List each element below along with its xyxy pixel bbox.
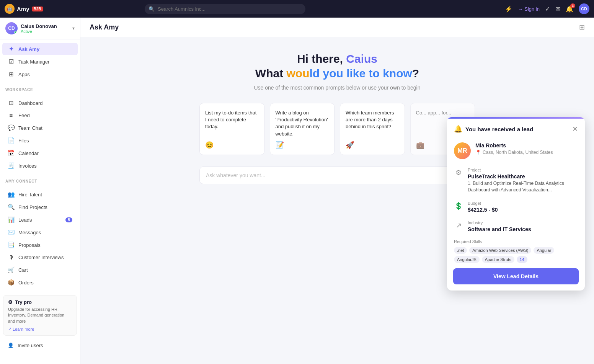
sidebar-item-ask-amy[interactable]: ✦ Ask Amy: [2, 43, 78, 55]
interviews-icon: 🎙: [8, 254, 15, 261]
sidebar-item-leads[interactable]: 📊 Leads 5: [2, 214, 78, 226]
sidebar-item-label: Feed: [18, 113, 30, 118]
feed-icon: ≡: [8, 112, 15, 119]
skill-tag: Apache Struts: [482, 256, 514, 263]
view-lead-details-button[interactable]: View Lead Details: [453, 268, 579, 284]
sidebar-item-task-manager[interactable]: ☑ Task Manager: [2, 55, 78, 68]
prompt-card-2[interactable]: Write a blog on 'Productivity Revolution…: [270, 103, 335, 155]
sidebar-item-dashboard[interactable]: ⊡ Dashboard: [2, 97, 78, 109]
sidebar-top-nav: ✦ Ask Amy ☑ Task Manager ⊞ Apps: [0, 39, 80, 84]
user-info: Caius Donovan Active: [21, 23, 69, 34]
proposals-icon: 📑: [8, 242, 15, 248]
brand-logo[interactable]: 🤖 Amy B2B: [5, 4, 43, 14]
prompt-cards-container: List my to-do items that I need to compl…: [199, 103, 475, 155]
sidebar-user[interactable]: CD Caius Donovan Active ▾: [0, 18, 80, 39]
lead-info: MR Mia Roberts 📍 Cass, North Dakota, Uni…: [447, 138, 585, 164]
sidebar-item-cart[interactable]: 🛒 Cart: [2, 264, 78, 276]
sidebar-item-apps[interactable]: ⊞ Apps: [2, 68, 78, 80]
close-icon[interactable]: ✕: [572, 125, 578, 133]
budget-info: Budget $4212.5 - $0: [468, 201, 498, 213]
lightning-icon[interactable]: ⚡: [505, 5, 512, 13]
project-detail-row: ⚙ Project PulseTrack Healthcare 1. Build…: [447, 164, 585, 197]
prompt-icon: 😊: [205, 140, 259, 150]
project-icon: ⚙: [454, 168, 463, 177]
sidebar: CD Caius Donovan Active ▾ ✦ Ask Amy ☑ Ta…: [0, 18, 80, 364]
sidebar-item-label: Invite users: [18, 343, 43, 348]
sidebar-item-label: Orders: [18, 280, 34, 286]
sidebar-item-orders[interactable]: 📦 Orders: [2, 276, 78, 289]
sidebar-item-label: Calendar: [18, 150, 39, 156]
sidebar-item-calendar[interactable]: 📅 Calendar: [2, 147, 78, 159]
leads-icon: 📊: [8, 216, 15, 223]
sidebar-item-feed[interactable]: ≡ Feed: [2, 109, 78, 121]
prompt-icon: 🚀: [346, 140, 399, 150]
skills-section: Required Skills .net Amazon Web Services…: [447, 236, 585, 268]
signin-button[interactable]: → Sign in: [518, 6, 540, 12]
prompt-icon: 📝: [276, 140, 329, 150]
prompt-text: List my to-do items that I need to compl…: [205, 109, 259, 131]
team-chat-icon: 💬: [8, 124, 15, 131]
lead-avatar: MR: [454, 142, 471, 159]
industry-detail-row: ↗ Industry Software and IT Services: [447, 217, 585, 236]
sidebar-item-hire-talent[interactable]: 👥 Hire Talent: [2, 188, 78, 201]
skill-tag: AngularJS: [454, 256, 480, 263]
arrow-icon: ↗: [8, 326, 11, 331]
greeting-highlight1: wou: [286, 67, 309, 80]
lead-notification-panel: 🔔 You have received a lead ✕ MR Mia Robe…: [447, 117, 585, 291]
sidebar-workspace-nav: ⊡ Dashboard ≡ Feed 💬 Team Chat 📄 Files 📅…: [0, 93, 80, 175]
sidebar-item-files[interactable]: 📄 Files: [2, 134, 78, 147]
messages-icon: ✉️: [8, 229, 15, 236]
sidebar-item-label: Messages: [18, 230, 41, 235]
notif-panel-header: 🔔 You have received a lead ✕: [447, 119, 585, 138]
sidebar-item-find-projects[interactable]: 🔍 Find Projects: [2, 201, 78, 213]
sidebar-item-proposals[interactable]: 📑 Proposals: [2, 239, 78, 251]
lead-location: 📍 Cass, North Dakota, United States: [475, 150, 553, 155]
sidebar-item-invite-users[interactable]: 👤 Invite users: [2, 340, 78, 351]
greeting-line2: What would you like to know?: [254, 67, 421, 80]
chevron-down-icon: ▾: [72, 26, 75, 31]
greeting-section: Hi there, Mia RobertsCaius What would yo…: [254, 52, 421, 91]
sidebar-item-customer-interviews[interactable]: 🎙 Customer Interviews: [2, 251, 78, 263]
leads-badge: 5: [65, 217, 72, 222]
project-info: Project PulseTrack Healthcare 1. Build a…: [468, 168, 578, 193]
learn-more-link[interactable]: ↗ Learn more: [8, 326, 72, 331]
avatar: CD: [5, 22, 18, 34]
top-navbar: 🤖 Amy B2B 🔍 ⚡ → Sign in ✓ ✉ 🔔 3 CD: [0, 0, 594, 18]
check-icon[interactable]: ✓: [545, 5, 550, 13]
invoices-icon: 🧾: [8, 162, 15, 169]
notification-icon[interactable]: 🔔 3: [566, 5, 573, 13]
hire-talent-icon: 👥: [8, 191, 15, 198]
sidebar-item-label: Hire Talent: [18, 192, 42, 198]
brand-badge: B2B: [32, 7, 43, 11]
mail-icon[interactable]: ✉: [555, 5, 560, 13]
greeting-highlight3: you like to know: [323, 67, 412, 80]
sidebar-item-team-chat[interactable]: 💬 Team Chat: [2, 122, 78, 134]
lead-details: Mia Roberts 📍 Cass, North Dakota, United…: [475, 142, 553, 155]
ask-input-bar[interactable]: Ask whatever you want...: [199, 166, 475, 184]
skill-tag: .net: [454, 247, 467, 254]
find-projects-icon: 🔍: [8, 204, 15, 211]
user-name: Caius Donovan: [21, 23, 69, 29]
search-input[interactable]: [145, 4, 305, 14]
orders-icon: 📦: [8, 279, 15, 286]
sidebar-item-messages[interactable]: ✉️ Messages: [2, 226, 78, 238]
brand-icon: 🤖: [5, 4, 15, 14]
search-bar: 🔍: [145, 4, 305, 14]
greeting-question: ?: [412, 67, 419, 80]
status-dot: [14, 31, 17, 34]
layout-toggle-button[interactable]: ⊞: [579, 23, 585, 31]
skill-tag: Angular: [534, 247, 554, 254]
greeting-what: What: [255, 67, 287, 80]
cart-icon: 🛒: [8, 266, 15, 273]
prompt-card-3[interactable]: Which team members are more than 2 days …: [340, 103, 405, 155]
prompt-text: Write a blog on 'Productivity Revolution…: [276, 109, 329, 137]
user-avatar-button[interactable]: CD: [579, 3, 589, 14]
sidebar-item-label: Proposals: [18, 242, 41, 248]
sidebar-item-label: Apps: [18, 72, 30, 77]
sidebar-item-invoices[interactable]: 🧾 Invoices: [2, 160, 78, 172]
sidebar-item-label: Team Chat: [18, 125, 42, 131]
main-content: Ask Amy ⊞ Hi there, Mia RobertsCaius Wha…: [80, 18, 594, 364]
main-layout: CD Caius Donovan Active ▾ ✦ Ask Amy ☑ Ta…: [0, 18, 594, 364]
try-pro-description: Upgrade for accessing HR, Inventory, Dem…: [8, 307, 72, 324]
prompt-card-1[interactable]: List my to-do items that I need to compl…: [199, 103, 264, 155]
